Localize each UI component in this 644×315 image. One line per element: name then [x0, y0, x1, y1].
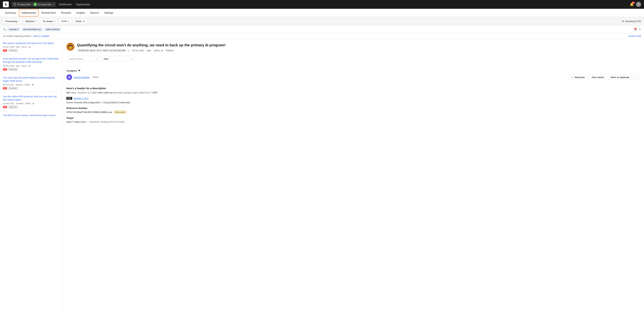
filter-tab-blocked[interactable]: Blocked 0: [23, 19, 39, 24]
chevron-down-icon: ▾: [96, 58, 97, 60]
assignee-name-link[interactable]: bounty-analyst: [74, 76, 90, 79]
filter-tab-to-review-count: 0: [54, 20, 55, 23]
results-info-bar: 14 results matching search View in Insig…: [0, 33, 644, 39]
top-nav-links: Dashboard Organization: [59, 3, 90, 6]
submission-title: Use the online RSS protocol, then you ca…: [3, 95, 59, 102]
submission-meta: 28 Feb 2021 · federico · (94%) · 🌶: [3, 84, 59, 86]
breadcrumb[interactable]: E-Corp USA / E E-Corp USA ▾: [12, 2, 56, 7]
reference-value: 4f81f4128adf18c81533084c500b1caa: [66, 111, 112, 114]
status-badge: Resolved: [8, 87, 18, 90]
filter-tab-to-review-label: To review: [43, 20, 53, 23]
eye-icon: 👁: [78, 69, 80, 72]
search-tag-sort[interactable]: sort:submitted-asc: [22, 28, 43, 31]
issue-meta: 7b402209-9b38-47fc-8653-917d22342a48 ⧉ ·…: [77, 49, 226, 52]
nav-dashboard[interactable]: Dashboard: [59, 3, 72, 6]
file-icon: [14, 3, 16, 6]
search-tag-severity[interactable]: severity:1: [8, 28, 20, 31]
nav-researchers[interactable]: Researchers: [39, 9, 58, 17]
priority-select-placeholder: Select priority: [69, 58, 83, 60]
issue-platform: Platform: [166, 49, 174, 52]
secondary-navigation: Summary Submissions Researchers Rewards …: [0, 9, 644, 17]
filter-tab-blocked-label: Blocked: [26, 20, 34, 23]
assignee-section-header: Assignee 👁: [66, 69, 640, 72]
issue-date: 29 Jun 2021: [132, 49, 144, 52]
divider: [66, 84, 640, 84]
filter-tab-processing-count: 2: [18, 20, 19, 23]
vrt-label: VRT: [66, 97, 72, 100]
target-value: http://*.haley.name — Hardware Testing (…: [66, 120, 640, 123]
deprecated-badge: Deprecated: [114, 111, 126, 114]
search-help-link[interactable]: Search help: [628, 35, 641, 38]
nav-settings[interactable]: Settings: [102, 9, 116, 17]
ellipsis-icon: ···: [636, 76, 638, 79]
priority-select[interactable]: Select priority ▾: [66, 56, 99, 62]
chevron-down-icon: ▾: [53, 3, 54, 6]
priority-badge: P1: [3, 106, 7, 108]
filter-tab-processing-label: Processing: [5, 20, 17, 23]
org-icon: E: [33, 3, 37, 6]
list-item[interactable]: The RSS circuit is down, transmit the op…: [0, 111, 62, 121]
clear-search-button[interactable]: ✕: [639, 28, 641, 31]
vrt-row: VRT version 1.10.1: [66, 97, 640, 100]
copy-icon[interactable]: ⧉: [128, 49, 129, 52]
breadcrumb-org2: E-Corp USA: [38, 3, 51, 6]
search-bar: 🔍 severity:1 sort:submitted-asc state:re…: [0, 26, 644, 33]
status-badge: Resolved: [8, 68, 18, 71]
priority-badge: P1: [3, 87, 7, 89]
priority-badge: P1: [3, 49, 7, 52]
list-item[interactable]: We need to synthesize the back-end CSS a…: [0, 39, 62, 55]
star-icon: ☆: [571, 76, 573, 79]
notification-badge: 60: [632, 2, 635, 4]
filter-tab-to-fix[interactable]: To fix 1: [59, 19, 72, 24]
issue-score: 91%: [154, 49, 159, 52]
filter-tab-to-review[interactable]: To review 0: [40, 19, 58, 24]
app-logo[interactable]: b: [3, 2, 9, 7]
submission-title: If we transmit the pixel, we can get to …: [3, 57, 59, 64]
filter-tab-to-fix-count: 1: [68, 20, 69, 23]
reference-row: 4f81f4128adf18c81533084c500b1caa Depreca…: [66, 111, 640, 114]
submission-meta: 10 Mar 2021 · charlotte · (89%) · 🌶: [3, 102, 59, 105]
nav-submissions[interactable]: Submissions: [19, 9, 38, 17]
results-count-text: 14 results matching search: [3, 35, 31, 38]
download-csv-button[interactable]: ⬇ Download CSV: [622, 20, 641, 23]
nav-reports[interactable]: Reports: [88, 9, 101, 17]
submission-title: The RSS circuit is down, transmit the op…: [3, 114, 59, 117]
list-item[interactable]: You can't input the panel without compre…: [0, 74, 62, 92]
vrt-version-link[interactable]: version 1.10.1: [74, 97, 88, 100]
divider: [66, 66, 640, 67]
filter-tab-processing[interactable]: Processing 2: [3, 19, 22, 24]
filter-tab-fixed[interactable]: Fixed 14: [73, 19, 87, 24]
mark-duplicate-button[interactable]: Mark as duplicate: [608, 75, 632, 80]
list-item[interactable]: If we transmit the pixel, we can get to …: [0, 55, 62, 73]
nav-organization[interactable]: Organization: [76, 3, 90, 6]
assignee-row: B bounty-analyst Admin ☆ Subscribe Add r…: [66, 74, 640, 80]
submission-title: You can't input the panel without compre…: [3, 76, 59, 83]
filter-tab-blocked-count: 0: [35, 20, 36, 23]
search-tag-state[interactable]: state:resolved: [44, 28, 61, 31]
priority-badge: P1: [3, 68, 7, 71]
status-badge: Resolved: [8, 106, 18, 108]
list-item[interactable]: Use the online RSS protocol, then you ca…: [0, 92, 62, 111]
download-csv-label: Download CSV: [625, 20, 641, 23]
breadcrumb-sep: /: [32, 3, 32, 6]
subscribe-button[interactable]: ☆ Subscribe: [568, 75, 588, 80]
add-reward-button[interactable]: Add reward: [589, 75, 606, 80]
submission-meta: 28 Dec 2020 · tyler · (91%) · 🌶: [3, 65, 59, 67]
chevron-down-icon: ▾: [131, 58, 132, 60]
status-select[interactable]: New ▾: [102, 56, 134, 62]
issue-author: tyler: [147, 49, 151, 52]
notifications-button[interactable]: 🔔 60: [630, 2, 634, 7]
filter-tab-to-fix-label: To fix: [61, 20, 67, 23]
user-avatar[interactable]: U: [636, 2, 641, 7]
description-header: Here's a header for a description: [66, 87, 640, 90]
nav-insights[interactable]: Insights: [74, 9, 87, 17]
controls-row: Select priority ▾ New ▾: [66, 56, 640, 62]
breadcrumb-org1: E-Corp USA: [18, 3, 31, 6]
nav-summary[interactable]: Summary: [3, 9, 18, 17]
nav-rewards[interactable]: Rewards: [59, 9, 73, 17]
more-options-button[interactable]: ···: [634, 75, 640, 80]
calendar-button[interactable]: 📅: [634, 28, 637, 31]
status-value: New: [104, 58, 108, 60]
view-in-insights-link[interactable]: View in Insights: [33, 35, 50, 38]
vrt-category: Server Security Misconfiguration > Using…: [66, 101, 640, 104]
